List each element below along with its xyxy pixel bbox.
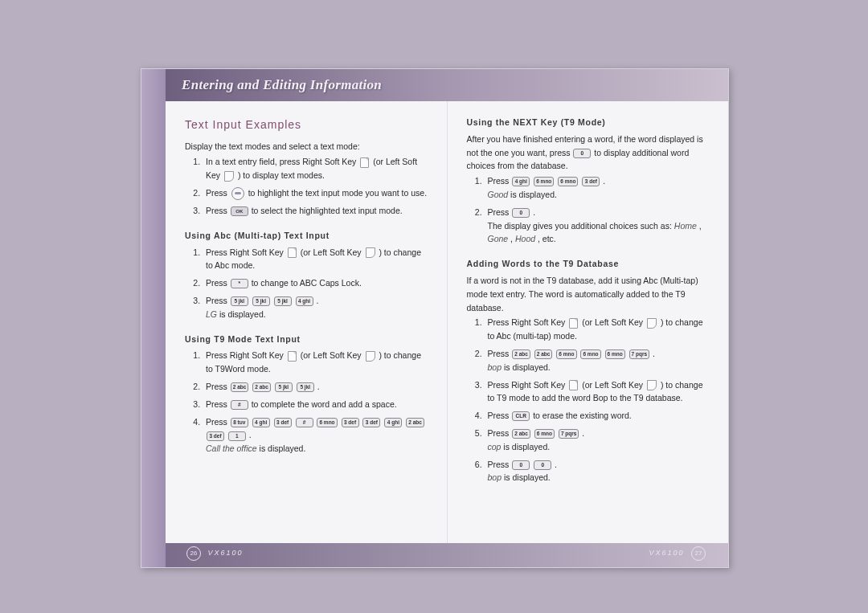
step: Press Right Soft Key (or Left Soft Key )… [485,316,710,343]
six-key-icon: 6 mno [534,177,554,186]
text: Press [206,399,230,409]
two-key-icon: 2 abc [512,429,530,439]
chapter-header: Entering and Editing Information [166,69,728,101]
text: Press Right Soft Key [488,380,568,390]
text: (or Left Soft Key [301,247,364,257]
result-text: cop [488,442,502,452]
left-soft-key-icon [366,247,375,258]
four-key-icon: 4 ghi [252,418,270,427]
six-key-icon: 6 mno [556,349,576,359]
hash-key-icon: # [231,400,248,410]
text: is displayed. [503,442,550,452]
text: Press Right Soft Key [206,350,286,360]
text: . [582,428,584,438]
step: Press 0 0 . bop is displayed. [485,458,710,485]
step: Press 0 . The display gives you addition… [485,206,710,246]
three-key-icon: 3 def [582,177,600,186]
text: The display gives you additional choices… [488,221,674,231]
result-text: bop [488,362,502,372]
intro-text: Display the text modes and select a text… [185,140,428,153]
text: is displayed. [260,443,306,453]
four-key-icon: 4 ghi [384,418,402,427]
content-area: Text Input Examples Display the text mod… [166,101,728,543]
nav-key-icon [231,187,244,200]
left-soft-key-icon [366,351,375,362]
text: Press [488,460,512,469]
text: Press [206,206,230,215]
text: Press [206,417,230,427]
step: Press 8 tuv 4 ghi 3 def # 6 mno 3 def 3 … [203,415,428,456]
step: Press CLR to erase the existing word. [485,409,710,423]
subheading: Using T9 Mode Text Input [185,333,428,346]
text: . [317,382,320,391]
footer-right: VX6100 27 [649,546,709,561]
left-margin-strip [141,69,166,567]
text: (or Left Soft Key [301,350,364,360]
text: Press [206,296,230,305]
mode-select-steps: In a text entry field, press Right Soft … [185,155,428,218]
six-key-icon: 6 mno [317,418,337,427]
t9-steps: Press Right Soft Key (or Left Soft Key )… [185,349,428,456]
text: . [653,349,655,358]
text: to change to ABC Caps Lock. [252,278,362,288]
subheading: Using Abc (Multi-tap) Text Input [185,229,428,243]
five-key-icon: 5 jkl [274,296,292,306]
text: is displayed. [504,362,551,372]
five-key-icon: 5 jkl [231,296,248,306]
text: , [699,221,702,231]
ok-key-icon: OK [231,206,248,216]
six-key-icon: 6 mno [558,177,578,186]
abc-steps: Press Right Soft Key (or Left Soft Key )… [185,246,428,321]
text: Home [674,221,697,231]
text: is displayed. [510,190,557,199]
zero-key-icon: 0 [573,149,591,158]
text: Press Right Soft Key [206,247,286,257]
result-text: Call the office [206,443,257,453]
add-steps: Press Right Soft Key (or Left Soft Key )… [467,316,710,484]
text: Gone [488,234,509,243]
text: Press [206,278,230,288]
step: Press 5 jkl 5 jkl 5 jkl 4 ghi . LG is di… [203,294,428,321]
manual-spread: Entering and Editing Information Text In… [141,68,729,568]
hash-key-icon: # [296,418,313,427]
step: In a text entry field, press Right Soft … [203,155,428,182]
clr-key-icon: CLR [512,411,530,421]
text: . [249,430,252,439]
page-number-left: 26 [186,546,201,561]
three-key-icon: 3 def [362,418,380,427]
three-key-icon: 3 def [342,418,359,427]
step: Press Right Soft Key (or Left Soft Key )… [485,378,710,406]
model-label: VX6100 [649,549,684,557]
four-key-icon: 4 ghi [296,296,313,306]
two-key-icon: 2 abc [512,349,530,359]
five-key-icon: 5 jkl [275,382,293,392]
text: . [316,296,318,305]
text: (or Left Soft Key [582,380,645,390]
model-label: VX6100 [208,549,244,557]
zero-key-icon: 0 [534,460,551,470]
left-soft-key-icon [647,318,657,329]
right-soft-key-icon [569,318,578,329]
seven-key-icon: 7 pqrs [629,349,650,359]
right-soft-key-icon [288,247,297,258]
step: Press Right Soft Key (or Left Soft Key )… [203,349,428,376]
text: In a text entry field, press Right Soft … [206,157,358,166]
step: Press * to change to ABC Caps Lock. [203,276,428,290]
five-key-icon: 5 jkl [297,382,314,392]
text: Press [206,382,230,391]
left-soft-key-icon [647,380,657,390]
one-key-icon: 1 [228,431,246,441]
zero-key-icon: 0 [512,208,530,218]
two-key-icon: 2 abc [231,382,249,392]
step: Press 4 ghi 6 mno 6 mno 3 def . Good is … [485,174,710,202]
right-soft-key-icon [360,157,369,168]
section-title: Text Input Examples [185,116,428,133]
zero-key-icon: 0 [512,460,530,470]
text: to select the highlighted text input mod… [252,206,403,215]
right-soft-key-icon [288,351,297,362]
text: to highlight the text input mode you wan… [248,188,427,198]
paragraph: If a word is not in the T9 database, add… [467,274,710,314]
step: Press # to complete the word and add a s… [203,398,428,411]
step: Press to highlight the text input mode y… [203,186,428,200]
three-key-icon: 3 def [207,431,224,441]
